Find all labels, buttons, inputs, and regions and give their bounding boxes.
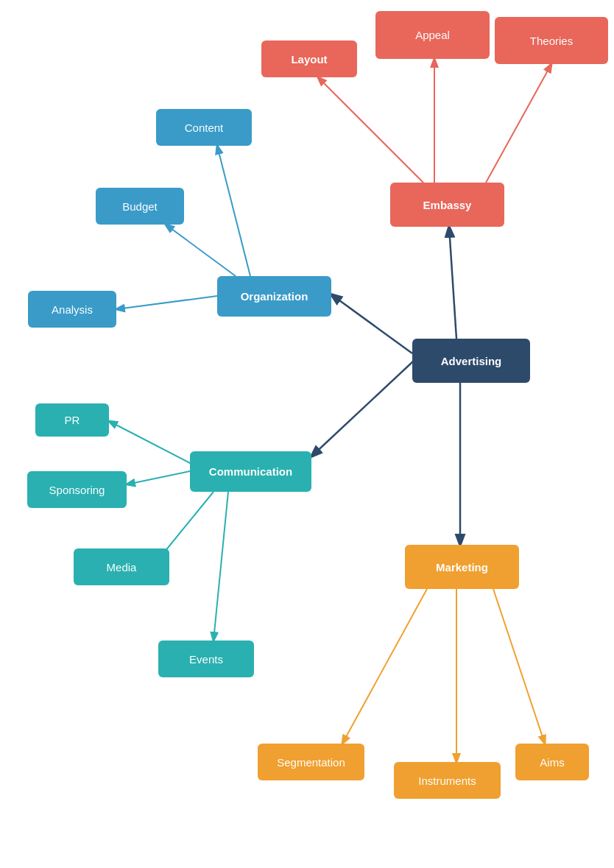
diagram-container: Layout Appeal Theories Embassy Content B… [0,0,614,868]
instruments-node: Instruments [394,762,501,799]
events-node: Events [158,641,254,677]
sponsoring-node: Sponsoring [27,471,127,508]
pr-node: PR [35,403,109,437]
segmentation-node: Segmentation [258,744,364,780]
layout-node: Layout [261,40,357,77]
aims-node: Aims [515,744,589,780]
appeal-node: Appeal [375,11,490,59]
organization-node: Organization [217,276,331,317]
svg-line-11 [127,471,190,484]
svg-line-8 [166,225,236,276]
svg-line-5 [311,361,414,456]
budget-node: Budget [96,188,184,225]
communication-node: Communication [190,451,311,492]
svg-line-10 [109,421,191,464]
svg-line-16 [493,589,545,744]
svg-line-13 [214,492,228,641]
svg-line-0 [318,77,423,183]
svg-line-2 [486,64,551,183]
theories-node: Theories [495,17,608,64]
svg-line-3 [449,227,456,339]
marketing-node: Marketing [405,545,519,589]
svg-line-4 [331,294,412,353]
advertising-node: Advertising [412,339,530,383]
svg-line-14 [342,589,427,744]
svg-line-9 [116,296,217,309]
media-node: Media [74,548,169,585]
content-node: Content [156,109,252,146]
svg-line-7 [217,146,250,276]
analysis-node: Analysis [28,291,116,328]
embassy-node: Embassy [390,183,504,227]
